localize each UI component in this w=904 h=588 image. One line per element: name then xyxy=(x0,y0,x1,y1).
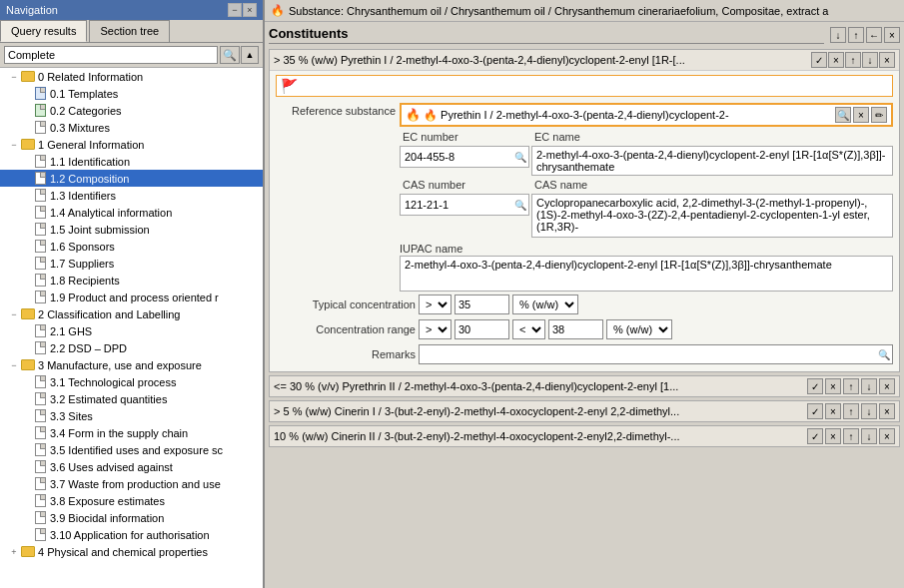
section-action-close[interactable]: × xyxy=(884,27,900,43)
ref-sub-x-btn[interactable]: × xyxy=(853,107,869,123)
const1-x-btn[interactable]: × xyxy=(828,52,844,68)
const4-x-btn[interactable]: × xyxy=(825,428,841,444)
tree-item-suppliers[interactable]: 1.7 Suppliers xyxy=(0,255,263,272)
ec-search-icon: 🔍 xyxy=(514,152,526,163)
tree-item-identified-uses[interactable]: 3.5 Identified uses and exposure sc xyxy=(0,441,263,458)
const3-check-btn[interactable]: ✓ xyxy=(807,403,823,419)
tree-item-identification[interactable]: 1.1 Identification xyxy=(0,153,263,170)
section-action-left[interactable]: ← xyxy=(866,27,882,43)
const4-check-btn[interactable]: ✓ xyxy=(807,428,823,444)
doc-tech-icon xyxy=(32,375,48,389)
const3-close-btn[interactable]: × xyxy=(879,403,895,419)
tree-item-joint[interactable]: 1.5 Joint submission xyxy=(0,221,263,238)
nav-up-btn[interactable]: ▲ xyxy=(241,46,259,64)
tree-toggle-physical[interactable]: + xyxy=(8,546,20,558)
tree-item-manufacture[interactable]: − 3 Manufacture, use and exposure xyxy=(0,356,263,373)
constituent-1-actions: ✓ × ↑ ↓ × xyxy=(811,52,895,68)
conc-range-val2-input[interactable] xyxy=(548,319,603,339)
tree-item-quantities[interactable]: 3.2 Estimated quantities xyxy=(0,390,263,407)
const2-check-btn[interactable]: ✓ xyxy=(807,378,823,394)
constituent-item-1: > 35 % (w/w) Pyrethin I / 2-methyl-4-oxo… xyxy=(269,49,900,372)
nav-close-btn[interactable]: × xyxy=(243,3,257,17)
constituent-1-label: > 35 % (w/w) Pyrethin I / 2-methyl-4-oxo… xyxy=(274,54,811,66)
const4-close-btn[interactable]: × xyxy=(879,428,895,444)
conc-range-op1-select[interactable]: > xyxy=(419,319,452,339)
tree-item-categories[interactable]: 0.2 Categories xyxy=(0,102,263,119)
section-action-down[interactable]: ↓ xyxy=(830,27,846,43)
const2-x-btn[interactable]: × xyxy=(825,378,841,394)
ec-name-field: 2-methyl-4-oxo-3-(penta-2,4-dienyl)cyclo… xyxy=(531,146,893,176)
const2-down-btn[interactable]: ↓ xyxy=(861,378,877,394)
const3-down-btn[interactable]: ↓ xyxy=(861,403,877,419)
tree-toggle-classification[interactable]: − xyxy=(8,308,20,320)
tree-item-supply[interactable]: 3.4 Form in the supply chain xyxy=(0,424,263,441)
ec-number-field[interactable]: 204-455-8 🔍 xyxy=(400,146,529,168)
ref-sub-edit-btn[interactable]: ✏ xyxy=(871,107,887,123)
const1-close-btn[interactable]: × xyxy=(879,52,895,68)
tree-item-recipients[interactable]: 1.8 Recipients xyxy=(0,272,263,289)
ref-sub-value: 🔥 Pyrethin I / 2-methyl-4-oxo-3-(penta-2… xyxy=(424,109,729,122)
tree-item-general-info[interactable]: − 1 General Information xyxy=(0,136,263,153)
const1-up-btn[interactable]: ↑ xyxy=(845,52,861,68)
search-input[interactable] xyxy=(4,46,218,64)
tree-item-sites[interactable]: 3.3 Sites xyxy=(0,407,263,424)
tree-item-templates[interactable]: 0.1 Templates xyxy=(0,85,263,102)
typical-conc-op-select[interactable]: > xyxy=(419,294,452,314)
tree-item-analytical[interactable]: 1.4 Analytical information xyxy=(0,204,263,221)
tree-item-ghs[interactable]: 2.1 GHS xyxy=(0,322,263,339)
const2-up-btn[interactable]: ↑ xyxy=(843,378,859,394)
right-panel-header: 🔥 Substance: Chrysanthemum oil / Chrysan… xyxy=(265,0,904,22)
conc-range-val1-input[interactable] xyxy=(454,319,509,339)
const3-up-btn[interactable]: ↑ xyxy=(843,403,859,419)
tree-toggle-general[interactable]: − xyxy=(8,139,20,151)
const4-up-btn[interactable]: ↑ xyxy=(843,428,859,444)
const2-close-btn[interactable]: × xyxy=(879,378,895,394)
tree-item-dsd[interactable]: 2.2 DSD – DPD xyxy=(0,339,263,356)
tree-item-mixtures[interactable]: 0.3 Mixtures xyxy=(0,119,263,136)
tree-item-biocidal[interactable]: 3.9 Biocidal information xyxy=(0,509,263,526)
tab-section-tree[interactable]: Section tree xyxy=(89,20,170,42)
tab-query-results[interactable]: Query results xyxy=(0,20,87,42)
tree-item-related-info[interactable]: − 0 Related Information xyxy=(0,68,263,85)
tree-item-classification[interactable]: − 2 Classification and Labelling xyxy=(0,305,263,322)
section-action-up[interactable]: ↑ xyxy=(848,27,864,43)
tree-container: − 0 Related Information 0.1 Templates 0.… xyxy=(0,68,263,588)
cas-name-header: CAS name xyxy=(531,178,893,192)
const3-x-btn[interactable]: × xyxy=(825,403,841,419)
tree-item-tech[interactable]: 3.1 Technological process xyxy=(0,373,263,390)
typical-conc-label: Typical concentration xyxy=(276,298,416,310)
folder-physical-icon xyxy=(20,545,36,559)
doc-dsd-icon xyxy=(32,341,48,355)
conc-range-label: Concentration range xyxy=(276,323,416,335)
doc-qty-icon xyxy=(32,392,48,406)
tree-item-composition[interactable]: 1.2 Composition xyxy=(0,170,263,187)
constituent-item-4[interactable]: 10 % (w/w) Cinerin II / 3-(but-2-enyl)-2… xyxy=(269,425,900,447)
tree-toggle-related-info[interactable]: − xyxy=(8,71,20,83)
doc-uses-icon xyxy=(32,443,48,457)
constituent-item-3[interactable]: > 5 % (w/w) Cinerin I / 3-(but-2-enyl)-2… xyxy=(269,400,900,422)
constituent-4-label: 10 % (w/w) Cinerin II / 3-(but-2-enyl)-2… xyxy=(274,430,807,442)
tree-item-product-process[interactable]: 1.9 Product and process oriented r xyxy=(0,289,263,305)
tree-item-physical[interactable]: + 4 Physical and chemical properties xyxy=(0,543,263,560)
conc-range-op2-select[interactable]: < xyxy=(512,319,545,339)
remarks-label: Remarks xyxy=(276,348,416,360)
tree-item-identifiers[interactable]: 1.3 Identifiers xyxy=(0,187,263,204)
cas-number-field[interactable]: 121-21-1 🔍 xyxy=(400,194,529,216)
typical-conc-unit-select[interactable]: % (w/w) xyxy=(512,294,578,314)
constituent-item-2[interactable]: <= 30 % (v/v) Pyrethrin II / 2-methyl-4-… xyxy=(269,375,900,397)
search-button[interactable]: 🔍 xyxy=(220,46,240,64)
const1-down-btn[interactable]: ↓ xyxy=(862,52,878,68)
tree-toggle-manufacture[interactable]: − xyxy=(8,359,20,371)
tree-item-sponsors[interactable]: 1.6 Sponsors xyxy=(0,238,263,255)
doc-composition-icon xyxy=(32,172,48,186)
tree-item-waste[interactable]: 3.7 Waste from production and use xyxy=(0,475,263,492)
tree-item-exposure[interactable]: 3.8 Exposure estimates xyxy=(0,492,263,509)
typical-conc-input[interactable] xyxy=(454,294,509,314)
const1-check-btn[interactable]: ✓ xyxy=(811,52,827,68)
tree-item-uses-advised[interactable]: 3.6 Uses advised against xyxy=(0,458,263,475)
const4-down-btn[interactable]: ↓ xyxy=(861,428,877,444)
nav-minimize-btn[interactable]: − xyxy=(228,3,242,17)
conc-range-unit-select[interactable]: % (w/w) xyxy=(606,319,672,339)
tree-item-application[interactable]: 3.10 Application for authorisation xyxy=(0,526,263,543)
ref-sub-search-btn[interactable]: 🔍 xyxy=(835,107,851,123)
